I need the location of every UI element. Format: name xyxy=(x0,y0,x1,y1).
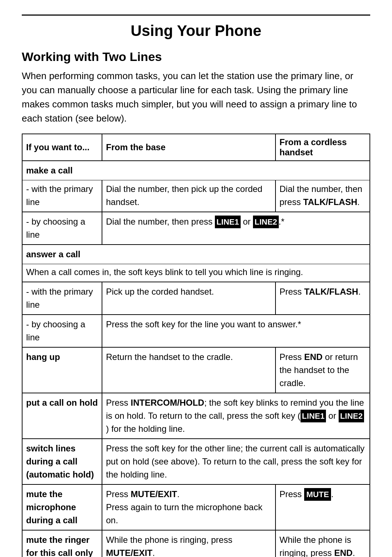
cell-primary-line-handset: Dial the number, then press TALK/FLASH. xyxy=(275,180,370,212)
row-label-answer-call: answer a call xyxy=(22,245,370,264)
table-row: - by choosing a line Press the soft key … xyxy=(22,315,370,347)
cell-primary-line-base: Dial the number, then pick up the corded… xyxy=(102,180,275,212)
cell-choose-line-label: - by choosing a line xyxy=(22,212,102,245)
table-row: mute the microphone during a call Press … xyxy=(22,484,370,530)
cell-mute-mic-base: Press MUTE/EXIT.Press again to turn the … xyxy=(102,484,275,530)
intro-paragraph: When performing common tasks, you can le… xyxy=(22,69,370,126)
table-row: make a call xyxy=(22,161,370,180)
table-row: When a call comes in, the soft keys blin… xyxy=(22,264,370,282)
cell-mute-ringer-base: While the phone is ringing, press MUTE/E… xyxy=(102,530,275,557)
cell-switch-label: switch lines during a call (automatic ho… xyxy=(22,439,102,484)
row-label-make-call: make a call xyxy=(22,161,370,180)
table-row: - by choosing a line Dial the number, th… xyxy=(22,212,370,245)
table-row: hang up Return the handset to the cradle… xyxy=(22,347,370,393)
cell-switch-content: Press the soft key for the other line; t… xyxy=(102,439,370,484)
table-row: put a call on hold Press INTERCOM/HOLD; … xyxy=(22,393,370,439)
reference-table: If you want to... From the base From a c… xyxy=(22,134,370,557)
cell-answer-description: When a call comes in, the soft keys blin… xyxy=(22,264,370,282)
cell-answer-primary-label: - with the primary line xyxy=(22,282,102,315)
table-row: - with the primary line Pick up the cord… xyxy=(22,282,370,315)
page-title: Using Your Phone xyxy=(22,15,370,40)
cell-hold-label: put a call on hold xyxy=(22,393,102,439)
table-row: mute the ringer for this call only While… xyxy=(22,530,370,557)
table-row: - with the primary line Dial the number,… xyxy=(22,180,370,212)
cell-answer-primary-base: Pick up the corded handset. xyxy=(102,282,275,315)
cell-hangup-label: hang up xyxy=(22,347,102,393)
cell-hangup-base: Return the handset to the cradle. xyxy=(102,347,275,393)
cell-primary-line-label: - with the primary line xyxy=(22,180,102,212)
col-header-handset: From a cordless handset xyxy=(275,134,370,161)
col-header-action: If you want to... xyxy=(22,134,102,161)
cell-hold-content: Press INTERCOM/HOLD; the soft key blinks… xyxy=(102,393,370,439)
cell-mute-mic-handset: Press MUTE. xyxy=(275,484,370,530)
col-header-base: From the base xyxy=(102,134,275,161)
table-row: answer a call xyxy=(22,245,370,264)
cell-answer-primary-handset: Press TALK/FLASH. xyxy=(275,282,370,315)
cell-mute-mic-label: mute the microphone during a call xyxy=(22,484,102,530)
cell-mute-ringer-label: mute the ringer for this call only xyxy=(22,530,102,557)
section1-heading: Working with Two Lines xyxy=(22,50,370,64)
cell-answer-choose-content: Press the soft key for the line you want… xyxy=(102,315,370,347)
cell-hangup-handset: Press END or return the handset to the c… xyxy=(275,347,370,393)
cell-answer-choose-label: - by choosing a line xyxy=(22,315,102,347)
cell-mute-ringer-handset: While the phone is ringing, press END. xyxy=(275,530,370,557)
table-row: switch lines during a call (automatic ho… xyxy=(22,439,370,484)
cell-choose-line-content: Dial the number, then press LINE1 or LIN… xyxy=(102,212,370,245)
